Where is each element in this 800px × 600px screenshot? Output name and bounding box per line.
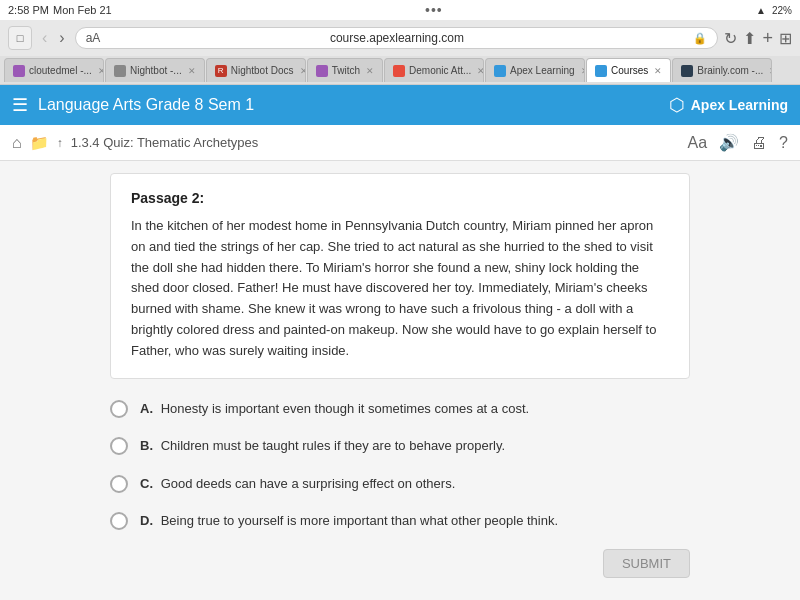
browser-chrome: □ ‹ › aA course.apexlearning.com 🔒 ↻ ⬆ +…: [0, 20, 800, 85]
tab-favicon: [681, 65, 693, 77]
refresh-icon[interactable]: ↻: [724, 29, 737, 48]
tab-label: Demonic Att...: [409, 65, 471, 76]
tab-favicon: [393, 65, 405, 77]
back-button[interactable]: ‹: [38, 27, 51, 49]
tab-cloutedmel[interactable]: cloutedmel -... ✕: [4, 58, 104, 82]
radio-d[interactable]: [110, 512, 128, 530]
tab-favicon: [494, 65, 506, 77]
passage-box: Passage 2: In the kitchen of her modest …: [110, 173, 690, 379]
answer-label-c: C. Good deeds can have a surprising effe…: [140, 474, 455, 494]
tab-courses[interactable]: Courses ✕: [586, 58, 671, 82]
status-day: Mon Feb 21: [53, 4, 112, 16]
address-bar[interactable]: aA course.apexlearning.com 🔒: [75, 27, 719, 49]
wifi-icon: ▲: [756, 5, 766, 16]
app-title: Language Arts Grade 8 Sem 1: [38, 96, 254, 114]
answer-label-d: D. Being true to yourself is more import…: [140, 511, 558, 531]
tab-close[interactable]: ✕: [98, 66, 104, 76]
aa-label[interactable]: aA: [86, 31, 101, 45]
radio-c[interactable]: [110, 475, 128, 493]
app-header-right: ⬡ Apex Learning: [669, 94, 788, 116]
tab-label: Nightbot -...: [130, 65, 182, 76]
tab-close[interactable]: ✕: [769, 66, 772, 76]
tab-favicon: [114, 65, 126, 77]
tab-close[interactable]: ✕: [654, 66, 662, 76]
tab-label: Twitch: [332, 65, 360, 76]
folder-icon[interactable]: 📁: [30, 134, 49, 152]
tab-close[interactable]: ✕: [477, 66, 484, 76]
address-text: course.apexlearning.com: [106, 31, 687, 45]
status-time: 2:58 PM: [8, 4, 49, 16]
passage-title: Passage 2:: [131, 190, 669, 206]
radio-b[interactable]: [110, 437, 128, 455]
apex-logo-text: Apex Learning: [691, 97, 788, 113]
hamburger-menu[interactable]: ☰: [12, 94, 28, 116]
tabs-bar: cloutedmel -... ✕ Nightbot -... ✕ R Nigh…: [0, 56, 800, 84]
tab-close[interactable]: ✕: [581, 66, 586, 76]
dots-menu: •••: [425, 2, 443, 18]
answer-text-b: Children must be taught rules if they ar…: [161, 438, 505, 453]
content-header: ⌂ 📁 ↑ 1.3.4 Quiz: Thematic Archetypes Aa…: [0, 125, 800, 161]
audio-icon[interactable]: 🔊: [719, 133, 739, 152]
answer-option-a[interactable]: A. Honesty is important even though it s…: [110, 399, 690, 419]
tab-demonic[interactable]: Demonic Att... ✕: [384, 58, 484, 82]
tab-favicon: [316, 65, 328, 77]
tab-label: Apex Learning: [510, 65, 575, 76]
answer-option-b[interactable]: B. Children must be taught rules if they…: [110, 436, 690, 456]
tab-favicon: R: [215, 65, 227, 77]
new-tab-icon[interactable]: +: [762, 28, 773, 49]
tab-label: Nightbot Docs: [231, 65, 294, 76]
tab-close[interactable]: ✕: [366, 66, 374, 76]
translate-icon[interactable]: Aa: [688, 134, 708, 152]
lock-icon: 🔒: [693, 32, 707, 45]
help-icon[interactable]: ?: [779, 134, 788, 152]
tab-favicon: [595, 65, 607, 77]
answer-text-a: Honesty is important even though it some…: [161, 401, 530, 416]
tabs-grid-icon[interactable]: ⊞: [779, 29, 792, 48]
answers-section: A. Honesty is important even though it s…: [110, 399, 690, 578]
tab-label: Courses: [611, 65, 648, 76]
answer-option-d[interactable]: D. Being true to yourself is more import…: [110, 511, 690, 531]
answer-text-d: Being true to yourself is more important…: [161, 513, 558, 528]
tab-twitch[interactable]: Twitch ✕: [307, 58, 383, 82]
apex-logo-icon: ⬡: [669, 94, 685, 116]
tab-nightbot[interactable]: Nightbot -... ✕: [105, 58, 205, 82]
submit-area: SUBMIT: [110, 549, 690, 578]
tab-favicon: [13, 65, 25, 77]
breadcrumb-arrow: ↑: [57, 136, 63, 150]
answer-label-b: B. Children must be taught rules if they…: [140, 436, 505, 456]
print-icon[interactable]: 🖨: [751, 134, 767, 152]
main-content: Passage 2: In the kitchen of her modest …: [0, 161, 800, 600]
submit-button[interactable]: SUBMIT: [603, 549, 690, 578]
tab-nightbot-docs[interactable]: R Nightbot Docs ✕: [206, 58, 306, 82]
answer-label-a: A. Honesty is important even though it s…: [140, 399, 529, 419]
status-bar: 2:58 PM Mon Feb 21 ••• ▲ 22%: [0, 0, 800, 20]
passage-text: In the kitchen of her modest home in Pen…: [131, 216, 669, 362]
tab-label: cloutedmel -...: [29, 65, 92, 76]
forward-button[interactable]: ›: [55, 27, 68, 49]
tab-close[interactable]: ✕: [300, 66, 306, 76]
answer-letter-d: D.: [140, 513, 153, 528]
tab-brainly[interactable]: Brainly.com -... ✕: [672, 58, 772, 82]
tab-close[interactable]: ✕: [188, 66, 196, 76]
breadcrumb: 1.3.4 Quiz: Thematic Archetypes: [71, 135, 259, 150]
tab-apex-learning[interactable]: Apex Learning ✕: [485, 58, 585, 82]
answer-text-c: Good deeds can have a surprising effect …: [161, 476, 456, 491]
tab-label: Brainly.com -...: [697, 65, 763, 76]
home-icon[interactable]: ⌂: [12, 134, 22, 152]
radio-a[interactable]: [110, 400, 128, 418]
answer-letter-b: B.: [140, 438, 153, 453]
share-icon[interactable]: ⬆: [743, 29, 756, 48]
answer-option-c[interactable]: C. Good deeds can have a surprising effe…: [110, 474, 690, 494]
nav-bar: □ ‹ › aA course.apexlearning.com 🔒 ↻ ⬆ +…: [0, 20, 800, 56]
answer-letter-a: A.: [140, 401, 153, 416]
battery-status: 22%: [772, 5, 792, 16]
answer-letter-c: C.: [140, 476, 153, 491]
tab-overview-button[interactable]: □: [8, 26, 32, 50]
app-header: ☰ Language Arts Grade 8 Sem 1 ⬡ Apex Lea…: [0, 85, 800, 125]
